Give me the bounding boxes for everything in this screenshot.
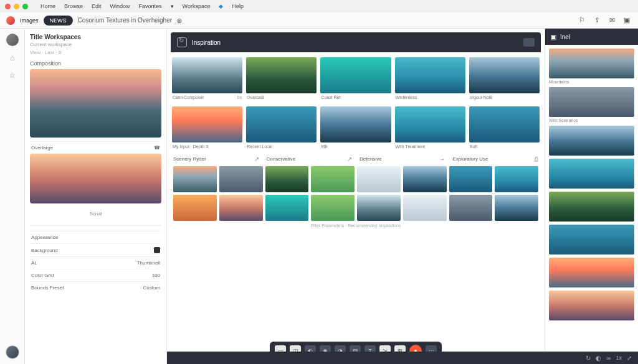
thumb[interactable] xyxy=(357,166,401,192)
app-logo-icon xyxy=(6,16,15,25)
thumb[interactable] xyxy=(265,166,309,192)
window-controls xyxy=(5,4,28,9)
panel-options-icon[interactable] xyxy=(523,38,535,47)
minimize-window[interactable] xyxy=(14,4,19,9)
thumb[interactable] xyxy=(311,195,355,221)
sidebar-subtitle: Current workspace xyxy=(30,42,161,47)
prop-thumbnail[interactable]: ALThumbnail xyxy=(30,256,161,269)
thumb[interactable] xyxy=(449,166,493,192)
card[interactable]: Overcast xyxy=(246,57,317,101)
menu-home[interactable]: Home xyxy=(40,3,55,9)
thumb[interactable] xyxy=(357,195,401,221)
menu-help[interactable]: Help xyxy=(232,3,244,9)
right-item[interactable]: Wild Scenarios xyxy=(549,87,634,123)
card[interactable]: Coast Ref xyxy=(320,57,391,101)
card[interactable]: ME xyxy=(320,106,391,151)
sidebar-title: Title Workspaces xyxy=(30,34,161,40)
toolbar: Images NEWS Cosorium Textures in Overhei… xyxy=(0,12,638,29)
card[interactable]: Soft xyxy=(469,106,540,151)
prop-bounds[interactable]: Bounds PresetCustom xyxy=(30,281,161,294)
card[interactable]: My Input · Depth 3 xyxy=(172,106,242,151)
arrow-icon: → xyxy=(439,156,445,162)
phone-icon: ☎ xyxy=(154,145,160,151)
panel-header: Inspiration xyxy=(171,32,541,52)
prop-appearance[interactable]: Appearance xyxy=(30,231,161,243)
preview-image-1[interactable] xyxy=(30,69,161,138)
right-item[interactable] xyxy=(549,258,634,287)
right-item[interactable] xyxy=(549,126,634,156)
expand-icon: ↗ xyxy=(254,156,259,162)
color-swatch[interactable] xyxy=(154,247,160,253)
section-exploratory[interactable]: Exploratory Use⎙ xyxy=(453,156,539,162)
zoom-level[interactable]: 1x xyxy=(616,355,622,361)
rail-profile-avatar[interactable] xyxy=(6,345,19,359)
user-avatar[interactable] xyxy=(6,34,19,46)
prop-background[interactable]: Background xyxy=(30,243,161,256)
right-panel-header: ▣ Inel xyxy=(545,29,638,45)
menu-browse[interactable]: Browse xyxy=(64,3,83,9)
thumb[interactable] xyxy=(173,195,217,221)
right-panel-title: Inel xyxy=(560,34,570,40)
right-panel: ▣ Inel Mountains Wild Scenarios xyxy=(545,29,638,364)
document-title: Cosorium Textures in Overheigher xyxy=(78,17,173,24)
rail-bookmark-icon[interactable]: ☆ xyxy=(7,70,18,81)
thumb[interactable] xyxy=(173,166,217,192)
card[interactable]: Recent Local xyxy=(246,106,317,151)
preview-image-2[interactable] xyxy=(30,154,161,203)
thumb[interactable] xyxy=(449,195,493,221)
bottom-grid xyxy=(172,166,540,221)
menubar: Home Browse Edit Window Favorites ▾ Work… xyxy=(0,0,638,12)
card[interactable]: With Treatment xyxy=(395,106,465,151)
share-icon[interactable]: ⇪ xyxy=(592,16,602,26)
sidebar-meta: View · Last · 8 xyxy=(30,50,161,55)
notifications-icon[interactable]: ⚐ xyxy=(577,16,587,26)
menu-workspace[interactable]: Workspace xyxy=(183,3,211,9)
thumb[interactable] xyxy=(219,195,263,221)
menu-window[interactable]: Window xyxy=(110,3,130,9)
panel-title: Inspiration xyxy=(192,39,221,46)
maximize-window[interactable] xyxy=(22,4,28,9)
card[interactable]: Calm Composer6s xyxy=(172,57,242,101)
menu-edit[interactable]: Edit xyxy=(92,3,102,9)
grid-row-2: My Input · Depth 3 Recent Local ME With … xyxy=(172,106,540,151)
menu-favorites[interactable]: Favorites xyxy=(139,3,162,9)
section-overlarge[interactable]: Overlarge☎ xyxy=(30,141,161,154)
thumb[interactable] xyxy=(495,195,538,221)
thumb[interactable] xyxy=(495,166,538,192)
section-scenery[interactable]: Scenery Ryder↗ xyxy=(173,156,259,162)
section-headers: Scenery Ryder↗ Conservative↗ Defensive→ … xyxy=(172,156,540,162)
news-pill[interactable]: NEWS xyxy=(44,16,73,26)
panel-icon: ▣ xyxy=(550,33,556,41)
thumb[interactable] xyxy=(219,166,263,192)
chat-icon[interactable]: ✉ xyxy=(607,16,617,26)
sync-status-icon: ◎ xyxy=(177,17,182,24)
right-item[interactable] xyxy=(549,159,634,189)
section-defensive[interactable]: Defensive→ xyxy=(359,156,445,162)
thumb[interactable] xyxy=(403,195,447,221)
card[interactable]: Wilderness xyxy=(395,57,465,101)
rail-home-icon[interactable]: ⌂ xyxy=(7,52,18,63)
right-item[interactable] xyxy=(549,291,634,320)
section-conservative[interactable]: Conservative↗ xyxy=(267,156,353,162)
card[interactable]: Vigour Note xyxy=(469,57,540,101)
archive-icon[interactable]: ▣ xyxy=(622,16,632,26)
status-sync-icon[interactable]: ↻ xyxy=(586,355,591,362)
close-window[interactable] xyxy=(5,4,11,9)
thumb[interactable] xyxy=(311,166,355,192)
status-link-icon[interactable]: ∞ xyxy=(606,355,611,362)
prop-color-grid[interactable]: Color Grid100 xyxy=(30,269,161,281)
print-icon: ⎙ xyxy=(535,156,538,162)
refresh-icon[interactable] xyxy=(177,37,187,47)
right-item[interactable] xyxy=(549,225,634,254)
expand-icon: ↗ xyxy=(347,156,352,162)
right-item[interactable]: Mountains xyxy=(549,49,634,84)
status-moon-icon[interactable]: ◐ xyxy=(596,355,601,362)
left-rail: ⌂ ☆ xyxy=(0,29,25,364)
main-panel: Inspiration Calm Composer6s Overcast Coa… xyxy=(167,29,545,364)
status-expand-icon[interactable]: ⤢ xyxy=(627,355,632,362)
sidebar: Title Workspaces Current workspace View … xyxy=(25,29,167,364)
right-item[interactable] xyxy=(549,192,634,222)
thumb[interactable] xyxy=(265,195,309,221)
statusbar: ↻ ◐ ∞ 1x ⤢ xyxy=(167,352,638,364)
thumb[interactable] xyxy=(403,166,447,192)
